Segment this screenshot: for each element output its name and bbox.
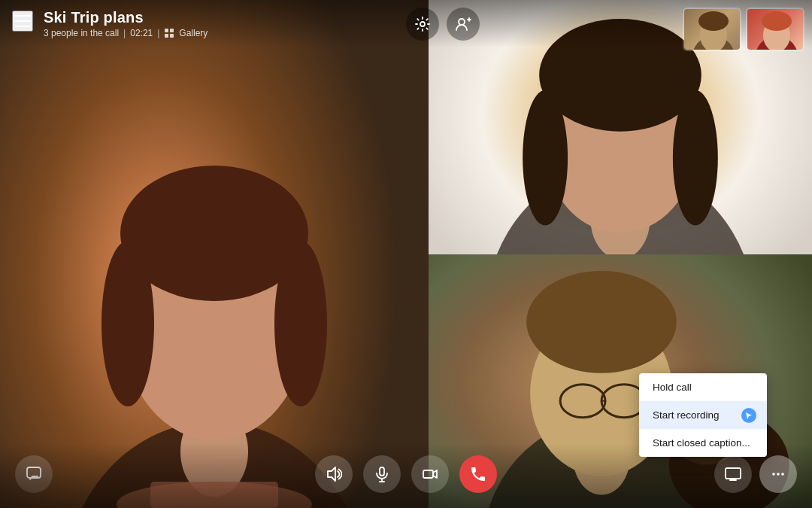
video-icon xyxy=(422,466,438,482)
context-menu-item-start-recording[interactable]: Start recording xyxy=(639,401,767,429)
speaker-button[interactable] xyxy=(315,455,353,493)
video-toggle-button[interactable] xyxy=(411,455,449,493)
arrow-icon xyxy=(744,411,753,420)
cursor-indicator xyxy=(741,408,756,423)
svg-point-50 xyxy=(781,473,784,476)
mic-icon xyxy=(374,466,390,482)
svg-rect-28 xyxy=(170,34,174,38)
top-center-controls xyxy=(406,8,480,41)
main-video xyxy=(0,0,429,508)
end-call-icon xyxy=(469,465,487,483)
participants-count: 3 people in the call xyxy=(44,28,119,38)
svg-point-35 xyxy=(698,11,729,31)
thumbnail-1[interactable] xyxy=(683,8,741,51)
gallery-mode-icon xyxy=(164,28,174,38)
view-mode: Gallery xyxy=(179,28,208,38)
screen-share-icon xyxy=(725,466,741,482)
svg-point-30 xyxy=(459,19,465,25)
speaker-icon xyxy=(326,466,342,482)
svg-point-38 xyxy=(762,11,792,31)
screen-share-button[interactable] xyxy=(714,455,752,493)
thumb2-person xyxy=(747,9,804,51)
more-options-button[interactable] xyxy=(759,455,797,493)
svg-point-48 xyxy=(772,473,775,476)
gear-icon xyxy=(415,17,430,32)
svg-point-17 xyxy=(526,270,677,373)
svg-rect-27 xyxy=(165,34,168,38)
context-menu-item-hold-call[interactable]: Hold call xyxy=(639,373,767,401)
main-video-person xyxy=(0,0,429,508)
cursor-arrow xyxy=(741,408,756,423)
context-menu-item-closed-captions[interactable]: Start closed caption... xyxy=(639,429,767,457)
menu-button[interactable] xyxy=(12,11,33,32)
svg-rect-44 xyxy=(423,470,433,478)
bottom-right-controls xyxy=(714,455,797,493)
more-icon xyxy=(770,466,786,482)
svg-point-13 xyxy=(673,90,718,226)
svg-rect-41 xyxy=(380,467,384,476)
call-duration: 02:21 xyxy=(130,28,153,38)
end-call-button[interactable] xyxy=(459,455,497,493)
context-menu: Hold call Start recording Start closed c… xyxy=(639,373,767,457)
svg-point-5 xyxy=(274,241,327,406)
mute-button[interactable] xyxy=(363,455,401,493)
svg-rect-25 xyxy=(165,29,168,32)
svg-rect-26 xyxy=(170,29,174,32)
thumb1-person xyxy=(684,9,741,51)
svg-point-29 xyxy=(420,22,425,26)
svg-point-49 xyxy=(777,473,780,476)
svg-point-4 xyxy=(102,241,154,406)
participant-thumbnails xyxy=(683,8,804,51)
thumbnail-2[interactable] xyxy=(746,8,804,51)
settings-button[interactable] xyxy=(406,8,439,41)
svg-marker-40 xyxy=(328,467,335,481)
add-person-icon xyxy=(455,16,471,32)
svg-point-12 xyxy=(523,90,568,226)
svg-rect-45 xyxy=(726,468,741,479)
add-person-button[interactable] xyxy=(447,8,480,41)
